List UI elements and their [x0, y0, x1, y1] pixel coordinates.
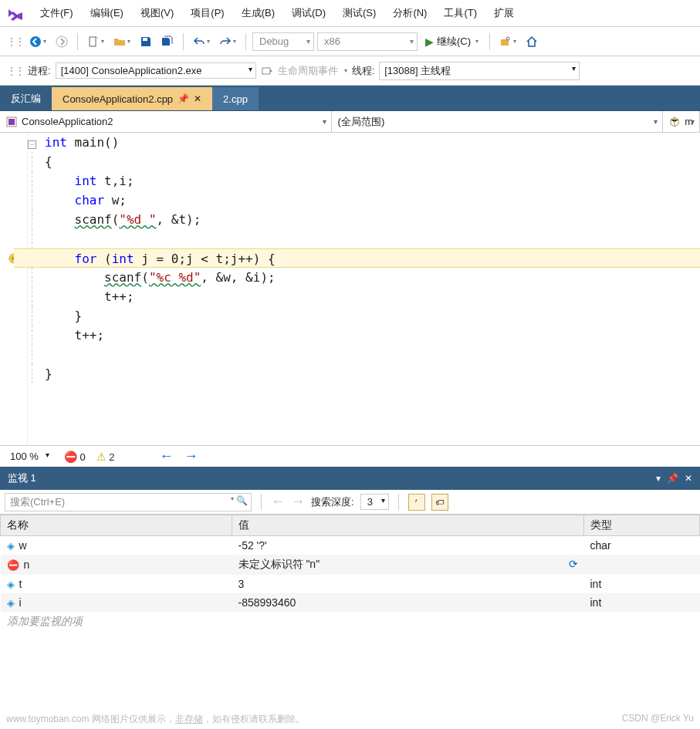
tab-disassembly[interactable]: 反汇编: [0, 87, 52, 110]
svg-rect-2: [90, 37, 96, 46]
watch-toolbar: 搜索(Ctrl+E)▾ ← → 搜索深度: 3 ⎖ 🏷: [0, 490, 700, 515]
watch-panel-title: 监视 1 ▾ 📌 ✕: [0, 467, 700, 490]
member-dropdown[interactable]: m: [663, 111, 700, 132]
error-count[interactable]: ⛔ 0: [64, 451, 86, 463]
menu-extensions[interactable]: 扩展: [486, 3, 522, 23]
close-icon[interactable]: ✕: [194, 93, 201, 104]
lifecycle-chevron[interactable]: ▾: [344, 67, 347, 74]
table-row[interactable]: ⛔n未定义标识符 "n"⟳: [1, 555, 700, 575]
code-editor[interactable]: −− int main(){ int t,i; char w; scanf("%…: [0, 133, 700, 445]
menu-tools[interactable]: 工具(T): [436, 3, 485, 23]
open-button[interactable]: ▾: [110, 32, 134, 51]
add-watch-row[interactable]: 添加要监视的项: [1, 612, 700, 632]
project-name: ConsoleApplication2: [22, 116, 113, 127]
undo-button[interactable]: ▾: [190, 32, 213, 51]
table-row[interactable]: ◈i-858993460int: [1, 593, 700, 612]
depth-label: 搜索深度:: [311, 495, 354, 509]
back-button[interactable]: ▾: [26, 32, 49, 51]
svg-point-0: [30, 36, 41, 47]
menu-file[interactable]: 文件(F): [32, 3, 81, 23]
footer: www.toymoban.com 网络图片仅供展示，非存储，如有侵权请联系删除。…: [6, 713, 694, 726]
tab-active-file[interactable]: ConsoleApplication2.cpp 📌 ✕: [52, 87, 212, 110]
watch-title-label: 监视 1: [8, 471, 36, 485]
new-file-button[interactable]: ▾: [84, 32, 107, 51]
forward-button[interactable]: [52, 32, 71, 51]
col-name[interactable]: 名称: [1, 515, 232, 536]
watch-search-input[interactable]: 搜索(Ctrl+E)▾: [5, 493, 252, 511]
menu-build[interactable]: 生成(B): [234, 3, 282, 23]
continue-label: 继续(C): [437, 35, 471, 49]
filter-button[interactable]: ⎖: [408, 494, 425, 511]
menu-view[interactable]: 视图(V): [133, 3, 181, 23]
columns-button[interactable]: 🏷: [431, 494, 448, 511]
next-issue-button[interactable]: →: [184, 448, 198, 464]
home-button[interactable]: [522, 32, 541, 51]
warning-icon: ⚠: [96, 451, 107, 463]
document-tabs: 反汇编 ConsoleApplication2.cpp 📌 ✕ 2.cpp: [0, 86, 700, 111]
lifecycle-label: 生命周期事件: [278, 64, 338, 78]
thread-label: 线程:: [352, 64, 375, 78]
grip-icon[interactable]: ⋮⋮: [6, 35, 23, 48]
footer-link[interactable]: 非存储: [175, 714, 203, 724]
table-row[interactable]: ◈t3int: [1, 575, 700, 593]
navigation-bar: ConsoleApplication2 (全局范围) m: [0, 111, 700, 133]
menu-edit[interactable]: 编辑(E): [83, 3, 131, 23]
menu-project[interactable]: 项目(P): [183, 3, 232, 23]
prev-issue-button[interactable]: ←: [160, 448, 174, 464]
svg-rect-8: [8, 119, 15, 125]
menu-analyze[interactable]: 分析(N): [385, 3, 435, 23]
thread-dropdown[interactable]: [13088] 主线程: [379, 62, 580, 80]
find-button[interactable]: ▾: [496, 32, 519, 51]
col-value[interactable]: 值: [232, 515, 584, 536]
project-icon: [6, 116, 17, 127]
vs-logo-icon: [6, 4, 25, 22]
breakpoint-gutter[interactable]: [0, 133, 28, 445]
scope-label: (全局范围): [338, 115, 385, 129]
config-dropdown[interactable]: Debug: [252, 32, 314, 51]
play-icon: ▶: [425, 35, 434, 48]
cube-icon: [669, 116, 680, 127]
search-back-button[interactable]: ←: [271, 494, 285, 510]
code-area[interactable]: int main(){ int t,i; char w; scanf("%d "…: [42, 133, 700, 445]
search-forward-button[interactable]: →: [291, 494, 305, 510]
dropdown-icon[interactable]: ▾: [656, 473, 661, 484]
table-row[interactable]: ◈w-52 '?'char: [1, 536, 700, 555]
error-icon: ⛔: [64, 451, 77, 463]
save-button[interactable]: [137, 32, 155, 51]
menu-test[interactable]: 测试(S): [335, 3, 384, 23]
pin-icon[interactable]: 📌: [667, 473, 678, 484]
menu-debug[interactable]: 调试(D): [284, 3, 333, 23]
main-toolbar: ⋮⋮ ▾ ▾ ▾ ▾ ▾ Debug x86 ▶ 继续(C) ▾ ▾: [0, 27, 700, 56]
platform-dropdown[interactable]: x86: [317, 32, 418, 51]
warning-count[interactable]: ⚠ 2: [96, 451, 115, 463]
footer-right: CSDN @Erick Yu: [622, 713, 694, 726]
watch-table: 名称 值 类型 ◈w-52 '?'char⛔n未定义标识符 "n"⟳◈t3int…: [0, 515, 700, 632]
svg-point-1: [56, 36, 67, 47]
grip-icon[interactable]: ⋮⋮: [6, 65, 23, 77]
footer-left: www.toymoban.com 网络图片仅供展示，非存储，如有侵权请联系删除。: [6, 713, 305, 726]
depth-dropdown[interactable]: 3: [360, 494, 389, 510]
continue-button[interactable]: ▶ 继续(C) ▾: [421, 35, 483, 49]
svg-rect-3: [143, 38, 147, 41]
debug-toolbar: ⋮⋮ 进程: [1400] ConsoleApplication2.exe 生命…: [0, 56, 700, 86]
menu-bar: 文件(F) 编辑(E) 视图(V) 项目(P) 生成(B) 调试(D) 测试(S…: [0, 0, 700, 27]
redo-button[interactable]: ▾: [216, 32, 239, 51]
project-dropdown[interactable]: ConsoleApplication2: [0, 111, 332, 132]
process-label: 进程:: [28, 64, 51, 78]
col-type[interactable]: 类型: [584, 515, 700, 536]
pin-icon[interactable]: 📌: [178, 93, 189, 104]
close-icon[interactable]: ✕: [685, 473, 692, 484]
tab-other-file[interactable]: 2.cpp: [212, 87, 259, 110]
tab-label: ConsoleApplication2.cpp: [63, 93, 173, 105]
scope-dropdown[interactable]: (全局范围): [332, 111, 664, 132]
lifecycle-icon: [261, 65, 273, 77]
svg-rect-6: [262, 68, 270, 74]
member-label: m: [685, 116, 693, 127]
editor-status-bar: 100 % ⛔ 0 ⚠ 2 ← →: [0, 445, 700, 467]
zoom-dropdown[interactable]: 100 %: [5, 448, 53, 464]
save-all-button[interactable]: [158, 32, 177, 51]
fold-gutter[interactable]: −−: [28, 133, 42, 445]
process-dropdown[interactable]: [1400] ConsoleApplication2.exe: [56, 62, 256, 79]
